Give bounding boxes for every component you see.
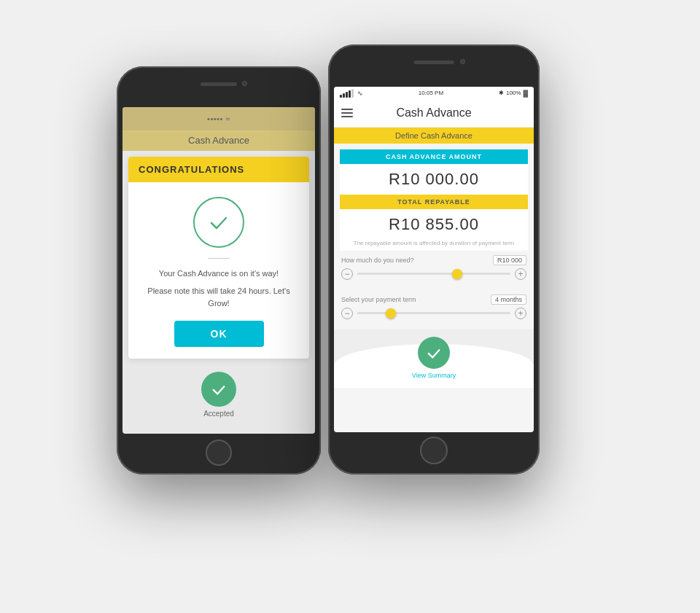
divider: [208, 258, 230, 259]
cash-advance-label: CASH ADVANCE AMOUNT: [340, 149, 528, 164]
summary-checkmark-icon: [426, 345, 442, 361]
back-phone-screen: ••••• ≈ Cash Advance CONGRATULATIONS: [122, 107, 315, 434]
slider2-label-row: Select your payment term 4 months: [341, 294, 526, 305]
battery-text: 100%: [506, 90, 521, 96]
congratulations-text: CONGRATULATIONS: [139, 164, 299, 175]
back-phone-camera: [242, 81, 247, 86]
signal-bar-4: [349, 90, 351, 98]
back-app-title-bar: Cash Advance: [122, 130, 315, 151]
total-repayable-label: TOTAL REPAYABLE: [340, 195, 528, 209]
front-phone-screen: ∿ 10:05 PM ✱ 100% ▓ Cash Advance: [334, 87, 534, 432]
hamburger-line-3: [341, 116, 353, 117]
front-home-button[interactable]: [420, 437, 448, 464]
back-top-dots: ••••• ≈: [207, 114, 230, 123]
message-line1: Your Cash Advance is on it's way!: [159, 268, 279, 280]
status-left: ∿: [340, 89, 363, 98]
slider1-thumb[interactable]: [452, 269, 462, 279]
slider2-row: − +: [341, 308, 526, 319]
slider2-value: 4 months: [491, 294, 526, 305]
ok-button[interactable]: OK: [174, 321, 264, 347]
slider2-label: Select your payment term: [341, 296, 416, 303]
accepted-label: Accepted: [203, 410, 234, 418]
status-bar: ∿ 10:05 PM ✱ 100% ▓: [334, 87, 534, 100]
hamburger-menu[interactable]: [341, 109, 353, 117]
signal-bar-1: [340, 95, 342, 98]
back-bottom-area: Accepted: [122, 364, 315, 425]
slider1-value: R10 000: [493, 255, 526, 265]
bluetooth-icon: ✱: [499, 90, 504, 96]
slider2-track[interactable]: [357, 312, 510, 314]
signal-bar-2: [343, 93, 345, 98]
slider1-track[interactable]: [357, 273, 510, 275]
bottom-summary: View Summary: [334, 329, 534, 388]
front-app-title: Cash Advance: [396, 106, 471, 120]
accepted-circle: [201, 372, 236, 407]
front-phone-camera: [460, 59, 465, 64]
signal-bar-3: [346, 92, 348, 98]
notif-body: Your Cash Advance is on it's way! Please…: [128, 182, 309, 359]
phone-front: ∿ 10:05 PM ✱ 100% ▓ Cash Advance: [328, 44, 540, 475]
amount-section: CASH ADVANCE AMOUNT R10 000.00 TOTAL REP…: [340, 149, 528, 251]
signal-dots: [340, 89, 354, 98]
slider1-label-row: How much do you need? R10 000: [341, 255, 526, 265]
back-home-button[interactable]: [206, 440, 232, 466]
slider1-label: How much do you need?: [341, 257, 414, 264]
back-phone-speaker: [201, 82, 237, 86]
slider-section-1: How much do you need? R10 000 − +: [334, 251, 534, 290]
slider1-fill: [357, 273, 457, 275]
view-summary-text[interactable]: View Summary: [412, 372, 456, 379]
notification-card: CONGRATULATIONS Your Cash Advance is on …: [128, 157, 309, 359]
repayable-note: The repayable amount is affected by dura…: [340, 240, 528, 251]
slider1-row: − +: [341, 268, 526, 280]
slider1-minus-button[interactable]: −: [341, 268, 353, 280]
hamburger-line-2: [341, 112, 353, 114]
battery-icon: ▓: [523, 90, 528, 97]
checkmark-icon: [207, 211, 230, 234]
phone-back: ••••• ≈ Cash Advance CONGRATULATIONS: [117, 66, 321, 475]
slider-section-2: Select your payment term 4 months − +: [334, 290, 534, 329]
notif-header: CONGRATULATIONS: [128, 157, 309, 182]
summary-check-button[interactable]: [418, 337, 450, 369]
front-phone-speaker: [414, 60, 454, 64]
slider2-minus-button[interactable]: −: [341, 308, 353, 319]
slider1-plus-button[interactable]: +: [515, 268, 526, 280]
accepted-checkmark-icon: [211, 381, 227, 397]
status-right: ✱ 100% ▓: [499, 90, 528, 97]
back-app-title: Cash Advance: [188, 135, 249, 146]
define-bar[interactable]: Define Cash Advance: [334, 128, 534, 144]
hamburger-line-1: [341, 109, 353, 110]
app-header: Cash Advance: [334, 100, 534, 128]
cash-advance-value: R10 000.00: [340, 164, 528, 195]
slider2-thumb[interactable]: [386, 308, 396, 319]
total-repayable-value: R10 855.00: [340, 209, 528, 240]
wifi-icon: ∿: [357, 90, 363, 97]
scene: ••••• ≈ Cash Advance CONGRATULATIONS: [95, 23, 605, 591]
check-circle: [193, 197, 244, 248]
status-time: 10:05 PM: [419, 90, 443, 96]
slider2-plus-button[interactable]: +: [515, 308, 526, 319]
message-line2: Please note this will take 24 hours. Let…: [139, 285, 299, 309]
back-top-bar: ••••• ≈: [122, 107, 315, 130]
signal-bar-5: [351, 89, 354, 98]
